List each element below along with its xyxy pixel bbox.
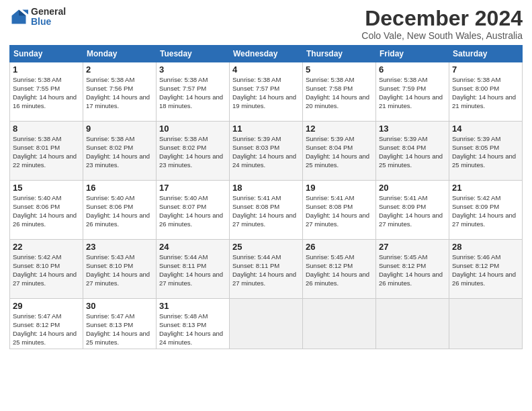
calendar-week-row: 22Sunrise: 5:42 AMSunset: 8:10 PMDayligh… (10, 240, 523, 299)
calendar-day-cell: 10Sunrise: 5:38 AMSunset: 8:02 PMDayligh… (157, 122, 230, 181)
day-info: Sunrise: 5:39 AMSunset: 8:05 PMDaylight:… (452, 135, 519, 169)
logo-icon (9, 7, 28, 26)
day-info: Sunrise: 5:42 AMSunset: 8:10 PMDaylight:… (13, 253, 80, 287)
calendar-day-cell: 30Sunrise: 5:47 AMSunset: 8:13 PMDayligh… (83, 299, 157, 349)
day-info: Sunrise: 5:41 AMSunset: 8:09 PMDaylight:… (379, 194, 446, 228)
day-number: 26 (306, 242, 373, 252)
calendar-day-cell: 5Sunrise: 5:38 AMSunset: 7:58 PMDaylight… (303, 62, 376, 122)
day-info: Sunrise: 5:44 AMSunset: 8:11 PMDaylight:… (232, 253, 300, 287)
logo-text: General Blue (31, 7, 66, 28)
day-info: Sunrise: 5:39 AMSunset: 8:04 PMDaylight:… (306, 135, 373, 169)
day-number: 31 (159, 301, 226, 311)
calendar-day-cell: 31Sunrise: 5:48 AMSunset: 8:13 PMDayligh… (157, 299, 230, 349)
day-number: 3 (159, 64, 226, 75)
day-number: 19 (306, 183, 373, 193)
calendar-day-cell: 11Sunrise: 5:39 AMSunset: 8:03 PMDayligh… (230, 122, 303, 181)
calendar-day-cell: 13Sunrise: 5:39 AMSunset: 8:04 PMDayligh… (376, 122, 449, 181)
day-number: 28 (452, 242, 519, 252)
day-number: 29 (13, 301, 80, 311)
logo: General Blue (9, 7, 66, 28)
day-of-week-header: Sunday (10, 46, 83, 62)
day-number: 8 (13, 124, 80, 134)
day-info: Sunrise: 5:38 AMSunset: 7:55 PMDaylight:… (13, 76, 80, 110)
day-of-week-header: Thursday (303, 46, 376, 62)
day-number: 10 (159, 124, 226, 134)
calendar-table: SundayMondayTuesdayWednesdayThursdayFrid… (9, 45, 523, 349)
day-info: Sunrise: 5:38 AMSunset: 8:01 PMDaylight:… (13, 135, 80, 169)
calendar-day-cell: 4Sunrise: 5:38 AMSunset: 7:57 PMDaylight… (230, 62, 303, 122)
calendar-day-cell: 9Sunrise: 5:38 AMSunset: 8:02 PMDaylight… (83, 122, 157, 181)
day-number: 1 (13, 64, 80, 75)
calendar-day-cell: 26Sunrise: 5:45 AMSunset: 8:12 PMDayligh… (303, 240, 376, 299)
calendar-title: December 2024 (361, 7, 523, 30)
calendar-day-cell: 1Sunrise: 5:38 AMSunset: 7:55 PMDaylight… (10, 62, 83, 122)
calendar-day-cell (449, 299, 523, 349)
calendar-day-cell: 20Sunrise: 5:41 AMSunset: 8:09 PMDayligh… (376, 181, 449, 240)
calendar-day-cell: 18Sunrise: 5:41 AMSunset: 8:08 PMDayligh… (230, 181, 303, 240)
calendar-day-cell: 15Sunrise: 5:40 AMSunset: 8:06 PMDayligh… (10, 181, 83, 240)
day-info: Sunrise: 5:38 AMSunset: 7:58 PMDaylight:… (306, 76, 373, 110)
day-number: 5 (306, 64, 373, 75)
day-number: 13 (379, 124, 446, 134)
calendar-day-cell: 3Sunrise: 5:38 AMSunset: 7:57 PMDaylight… (157, 62, 230, 122)
day-number: 6 (379, 64, 446, 75)
day-info: Sunrise: 5:44 AMSunset: 8:11 PMDaylight:… (159, 253, 226, 287)
day-number: 14 (452, 124, 519, 134)
calendar-day-cell: 22Sunrise: 5:42 AMSunset: 8:10 PMDayligh… (10, 240, 83, 299)
calendar-week-row: 1Sunrise: 5:38 AMSunset: 7:55 PMDaylight… (10, 62, 523, 122)
day-number: 16 (86, 183, 153, 193)
calendar-day-cell: 24Sunrise: 5:44 AMSunset: 8:11 PMDayligh… (157, 240, 230, 299)
day-info: Sunrise: 5:48 AMSunset: 8:13 PMDaylight:… (159, 312, 226, 347)
calendar-day-cell: 8Sunrise: 5:38 AMSunset: 8:01 PMDaylight… (10, 122, 83, 181)
day-info: Sunrise: 5:47 AMSunset: 8:12 PMDaylight:… (13, 312, 80, 347)
calendar-week-row: 15Sunrise: 5:40 AMSunset: 8:06 PMDayligh… (10, 181, 523, 240)
day-info: Sunrise: 5:39 AMSunset: 8:04 PMDaylight:… (379, 135, 446, 169)
day-info: Sunrise: 5:40 AMSunset: 8:06 PMDaylight:… (86, 194, 153, 228)
calendar-day-cell (303, 299, 376, 349)
day-number: 17 (159, 183, 226, 193)
day-number: 11 (232, 124, 300, 134)
day-info: Sunrise: 5:47 AMSunset: 8:13 PMDaylight:… (86, 312, 153, 347)
day-number: 21 (452, 183, 519, 193)
day-info: Sunrise: 5:38 AMSunset: 7:56 PMDaylight:… (86, 76, 153, 110)
calendar-day-cell: 6Sunrise: 5:38 AMSunset: 7:59 PMDaylight… (376, 62, 449, 122)
day-info: Sunrise: 5:38 AMSunset: 7:57 PMDaylight:… (159, 76, 226, 110)
calendar-day-cell: 12Sunrise: 5:39 AMSunset: 8:04 PMDayligh… (303, 122, 376, 181)
day-number: 24 (159, 242, 226, 252)
calendar-week-row: 29Sunrise: 5:47 AMSunset: 8:12 PMDayligh… (10, 299, 523, 349)
day-info: Sunrise: 5:38 AMSunset: 7:59 PMDaylight:… (379, 76, 446, 110)
day-number: 18 (232, 183, 300, 193)
day-info: Sunrise: 5:45 AMSunset: 8:12 PMDaylight:… (379, 253, 446, 287)
day-info: Sunrise: 5:46 AMSunset: 8:12 PMDaylight:… (452, 253, 519, 287)
day-info: Sunrise: 5:38 AMSunset: 8:00 PMDaylight:… (452, 76, 519, 110)
calendar-day-cell: 25Sunrise: 5:44 AMSunset: 8:11 PMDayligh… (230, 240, 303, 299)
logo-general: General (31, 7, 66, 17)
day-number: 2 (86, 64, 153, 75)
calendar-day-cell (230, 299, 303, 349)
day-number: 25 (232, 242, 300, 252)
logo-blue: Blue (31, 17, 66, 27)
day-info: Sunrise: 5:39 AMSunset: 8:03 PMDaylight:… (232, 135, 300, 169)
day-info: Sunrise: 5:42 AMSunset: 8:09 PMDaylight:… (452, 194, 519, 228)
day-number: 15 (13, 183, 80, 193)
day-info: Sunrise: 5:41 AMSunset: 8:08 PMDaylight:… (232, 194, 300, 228)
title-block: December 2024 Colo Vale, New South Wales… (361, 7, 523, 41)
calendar-day-cell: 2Sunrise: 5:38 AMSunset: 7:56 PMDaylight… (83, 62, 157, 122)
day-number: 9 (86, 124, 153, 134)
calendar-day-cell: 21Sunrise: 5:42 AMSunset: 8:09 PMDayligh… (449, 181, 523, 240)
day-info: Sunrise: 5:38 AMSunset: 8:02 PMDaylight:… (86, 135, 153, 169)
day-info: Sunrise: 5:45 AMSunset: 8:12 PMDaylight:… (306, 253, 373, 287)
calendar-day-cell: 28Sunrise: 5:46 AMSunset: 8:12 PMDayligh… (449, 240, 523, 299)
day-of-week-header: Monday (83, 46, 157, 62)
header: General Blue December 2024 Colo Vale, Ne… (9, 7, 523, 41)
calendar-day-cell: 14Sunrise: 5:39 AMSunset: 8:05 PMDayligh… (449, 122, 523, 181)
day-number: 20 (379, 183, 446, 193)
calendar-week-row: 8Sunrise: 5:38 AMSunset: 8:01 PMDaylight… (10, 122, 523, 181)
day-info: Sunrise: 5:43 AMSunset: 8:10 PMDaylight:… (86, 253, 153, 287)
day-of-week-header: Saturday (449, 46, 523, 62)
day-info: Sunrise: 5:38 AMSunset: 8:02 PMDaylight:… (159, 135, 226, 169)
calendar-day-cell: 7Sunrise: 5:38 AMSunset: 8:00 PMDaylight… (449, 62, 523, 122)
page: General Blue December 2024 Colo Vale, Ne… (0, 0, 532, 411)
day-info: Sunrise: 5:38 AMSunset: 7:57 PMDaylight:… (232, 76, 300, 110)
day-of-week-header: Friday (376, 46, 449, 62)
